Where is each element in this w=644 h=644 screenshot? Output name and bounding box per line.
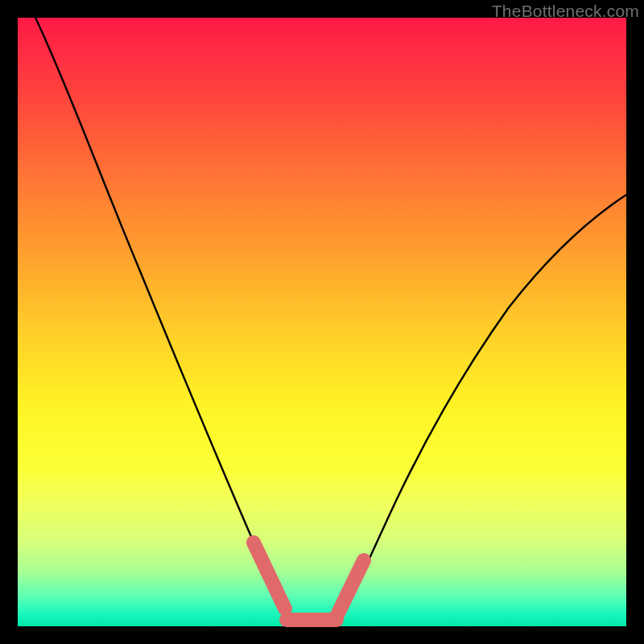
bottleneck-curve bbox=[35, 18, 626, 622]
curve-layer bbox=[18, 18, 626, 626]
plot-area bbox=[18, 18, 626, 626]
marker-segments bbox=[254, 543, 364, 620]
watermark-text: TheBottleneck.com bbox=[492, 2, 639, 21]
chart-container: TheBottleneck.com bbox=[0, 0, 644, 644]
